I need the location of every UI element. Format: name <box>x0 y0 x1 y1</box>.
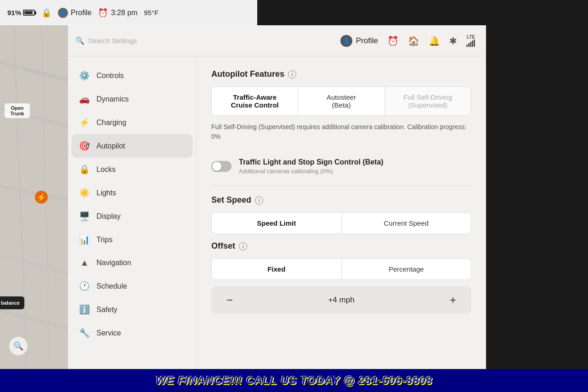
autopilot-features-info-icon[interactable]: i <box>288 70 296 79</box>
schedule-label: Schedule <box>96 282 127 290</box>
stepper-value-display: +4 mph <box>239 295 444 305</box>
svg-line-6 <box>0 310 68 329</box>
lte-signal-group: LTE <box>466 35 475 47</box>
tab-current-speed-label: Current Speed <box>384 219 429 227</box>
navigation-icon: ▲ <box>79 258 90 268</box>
dynamics-icon: 🚗 <box>79 94 90 104</box>
safety-label: Safety <box>96 306 117 314</box>
offset-info-icon[interactable]: i <box>239 242 247 250</box>
service-label: Service <box>96 329 121 337</box>
tab-speed-limit[interactable]: Speed Limit <box>212 213 342 233</box>
status-bar: 91% 🔒 👤 Profile ⏰ 3:28 pm 95°F <box>0 0 257 25</box>
open-trunk-label: Open Trunk <box>11 105 24 116</box>
signal-bar-3 <box>470 42 471 47</box>
header-bell-icon[interactable]: 🔔 <box>429 35 440 46</box>
svg-line-3 <box>41 25 51 392</box>
lights-icon: ☀️ <box>79 187 90 198</box>
locks-icon: 🔒 <box>79 164 90 175</box>
traffic-light-title: Traffic Light and Stop Sign Control (Bet… <box>239 158 471 166</box>
safety-icon: ℹ️ <box>79 304 90 315</box>
sidebar-item-display[interactable]: 🖥️ Display <box>72 205 192 228</box>
offset-title: Offset <box>211 241 235 251</box>
traffic-light-toggle[interactable] <box>211 161 232 172</box>
stepper-plus-button[interactable]: + <box>444 291 462 309</box>
tab-current-speed[interactable]: Current Speed <box>342 213 471 233</box>
battery-percentage: 91% <box>7 9 21 17</box>
time-display: 3:28 pm <box>111 9 137 17</box>
stepper-minus-button[interactable]: − <box>220 291 239 309</box>
sidebar-item-trips[interactable]: 📊 Trips <box>72 228 192 251</box>
set-speed-info-icon[interactable]: i <box>255 196 263 205</box>
autopilot-features-tabs: Traffic-AwareCruise Control Autosteer(Be… <box>211 86 471 116</box>
signal-bar-1 <box>466 45 468 47</box>
trips-icon: 📊 <box>79 234 90 245</box>
signal-bar-4 <box>472 40 473 47</box>
header-bluetooth-icon[interactable]: ✱ <box>449 35 457 46</box>
alarm-icon: ⏰ <box>98 8 108 18</box>
autopilot-icon: 🎯 <box>79 141 90 151</box>
header-alarm-icon[interactable]: ⏰ <box>387 35 399 46</box>
sidebar-item-dynamics[interactable]: 🚗 Dynamics <box>72 87 192 111</box>
left-panel: Open Trunk ⚡ balance 🔍 <box>0 25 68 392</box>
map-search-icon: 🔍 <box>13 341 23 351</box>
map-background <box>0 25 68 392</box>
locks-label: Locks <box>96 165 116 174</box>
traffic-light-subtitle: Additional cameras calibrating (0%) <box>239 168 471 175</box>
set-speed-tabs: Speed Limit Current Speed <box>211 212 471 234</box>
search-icon: 🔍 <box>75 36 85 45</box>
header-profile[interactable]: 👤 Profile <box>340 35 378 47</box>
sidebar-item-safety[interactable]: ℹ️ Safety <box>72 298 192 321</box>
settings-header: 🔍 Search Settings 👤 Profile ⏰ 🏠 🔔 ✱ LTE <box>68 25 486 57</box>
signal-bar-2 <box>468 43 469 47</box>
open-trunk-button[interactable]: Open Trunk <box>5 103 30 118</box>
navigation-label: Navigation <box>96 259 131 267</box>
tab-fsd[interactable]: Full Self-Driving(Supervised) <box>385 87 471 115</box>
tab-tac-label: Traffic-AwareCruise Control <box>231 93 279 109</box>
battery-icon <box>23 10 35 16</box>
search-container: 🔍 Search Settings <box>75 36 176 45</box>
banner-text: WE FINANCE!!! CALL US TODAY @ 281-506-88… <box>156 374 432 387</box>
lightning-badge: ⚡ <box>35 191 48 204</box>
balance-button[interactable]: balance <box>0 296 24 309</box>
controls-label: Controls <box>96 72 124 80</box>
header-home-icon[interactable]: 🏠 <box>408 35 419 46</box>
sidebar-nav: ⚙️ Controls 🚗 Dynamics ⚡ Charging 🎯 Auto… <box>68 57 197 392</box>
tab-fixed[interactable]: Fixed <box>212 259 342 279</box>
lights-label: Lights <box>96 189 116 197</box>
sidebar-item-service[interactable]: 🔧 Service <box>72 321 192 345</box>
sidebar-item-navigation[interactable]: ▲ Navigation <box>72 251 192 274</box>
content-area: ⚙️ Controls 🚗 Dynamics ⚡ Charging 🎯 Auto… <box>68 57 486 392</box>
sidebar-item-controls[interactable]: ⚙️ Controls <box>72 64 192 87</box>
map-search-button[interactable]: 🔍 <box>9 337 28 355</box>
display-icon: 🖥️ <box>79 211 90 222</box>
display-label: Display <box>96 212 120 221</box>
autopilot-features-title: Autopilot Features <box>211 69 284 79</box>
settings-panel: 🔍 Search Settings 👤 Profile ⏰ 🏠 🔔 ✱ LTE <box>68 25 486 392</box>
sidebar-item-lights[interactable]: ☀️ Lights <box>72 181 192 205</box>
offset-section: Offset i <box>211 241 471 251</box>
set-speed-section: Set Speed i <box>211 195 471 205</box>
sidebar-item-autopilot[interactable]: 🎯 Autopilot <box>72 134 192 158</box>
schedule-icon: 🕐 <box>79 281 90 291</box>
sidebar-item-schedule[interactable]: 🕐 Schedule <box>72 274 192 298</box>
tab-percentage[interactable]: Percentage <box>342 259 471 279</box>
svg-line-5 <box>0 255 68 273</box>
status-profile-label: Profile <box>71 9 91 17</box>
tab-autosteer-label: Autosteer(Beta) <box>327 93 356 109</box>
offset-tabs: Fixed Percentage <box>211 258 471 280</box>
tab-autosteer[interactable]: Autosteer(Beta) <box>298 87 384 115</box>
tab-fsd-label: Full Self-Driving(Supervised) <box>403 93 452 109</box>
signal-bars <box>466 40 475 47</box>
charging-icon: ⚡ <box>79 117 90 128</box>
autopilot-label: Autopilot <box>96 142 125 150</box>
right-panel <box>486 0 588 392</box>
search-placeholder[interactable]: Search Settings <box>88 37 137 45</box>
tab-fixed-label: Fixed <box>267 265 285 273</box>
header-right: 👤 Profile ⏰ 🏠 🔔 ✱ LTE <box>340 35 475 47</box>
sidebar-item-charging[interactable]: ⚡ Charging <box>72 111 192 134</box>
speed-stepper: − +4 mph + <box>211 286 471 314</box>
sidebar-item-locks[interactable]: 🔒 Locks <box>72 158 192 181</box>
stepper-plus-icon: + <box>450 294 456 307</box>
tab-traffic-aware-cruise[interactable]: Traffic-AwareCruise Control <box>212 87 298 115</box>
set-speed-title: Set Speed <box>211 195 251 205</box>
